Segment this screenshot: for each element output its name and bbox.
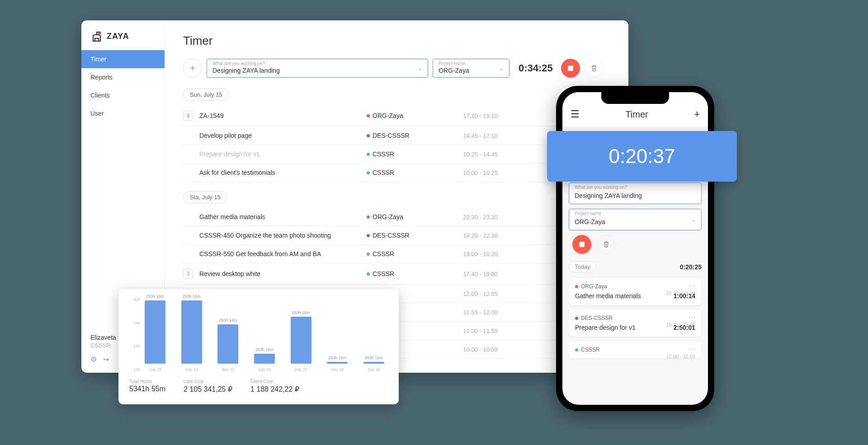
bar bbox=[363, 362, 384, 364]
entry-count: 3 bbox=[183, 269, 193, 279]
brand-name: ZAYA bbox=[107, 32, 129, 41]
stat-block: User Cost2 105 341,25 ₽ bbox=[184, 379, 232, 393]
bar bbox=[291, 317, 311, 364]
date-pill[interactable]: Sun, July 15 bbox=[183, 89, 229, 101]
add-entry-button[interactable]: + bbox=[183, 59, 202, 78]
more-icon[interactable]: ⋯ bbox=[689, 345, 696, 353]
entry-row[interactable]: Develop pilot pageDES-CSSSR14.45 - 17.10… bbox=[183, 126, 610, 145]
nav-timer[interactable]: Timer bbox=[81, 50, 165, 68]
stop-button[interactable] bbox=[561, 59, 580, 78]
entry-task: CSSSR-550 Get feedback from AM and BA bbox=[199, 250, 367, 258]
settings-icon[interactable]: ⚙ bbox=[90, 355, 97, 364]
bar bbox=[145, 300, 165, 364]
entry-count: 4 bbox=[183, 111, 193, 121]
timer-controls: + What are you working on? Designing ZAY… bbox=[183, 59, 610, 78]
page-title: Timer bbox=[183, 34, 610, 48]
date-pill[interactable]: Sta, July 15 bbox=[183, 191, 227, 203]
entry-time: 10.25 - 14.45 bbox=[448, 151, 498, 158]
bar bbox=[217, 324, 238, 364]
task-label: What are you working on? bbox=[212, 61, 265, 66]
entry-row[interactable]: 3Review desktop whiteCSSSR17.40 - 19.00 bbox=[183, 263, 610, 285]
stat-label: User Cost bbox=[184, 379, 232, 384]
bar-label: 293h 16m bbox=[255, 347, 274, 352]
card-duration: 2:50:01 bbox=[674, 324, 695, 331]
trash-icon bbox=[603, 241, 610, 248]
phone-add-button[interactable]: + bbox=[694, 108, 700, 120]
bar-category: July 23 bbox=[149, 367, 162, 372]
phone-project-value: ORG-Zaya bbox=[575, 218, 605, 225]
entry-project: CSSSR bbox=[367, 270, 448, 277]
entry-time: 10.00 - 10.59 bbox=[448, 346, 498, 353]
bar-column: 293h 16mJuly 24 bbox=[178, 294, 206, 372]
entry-time: 17.10 - 19.10 bbox=[448, 112, 498, 119]
entry-time: 19.20 - 22.30 bbox=[448, 232, 498, 239]
today-pill[interactable]: Today bbox=[569, 261, 596, 272]
entry-project: CSSSR bbox=[367, 150, 448, 158]
phone-task-input[interactable]: What are you working on? Designing ZAYA … bbox=[569, 183, 702, 204]
chart-card: 300240180120 293h 16mJuly 23293h 16mJuly… bbox=[118, 289, 399, 404]
project-label: Project name bbox=[439, 61, 465, 66]
stat-label: Total Hours bbox=[129, 379, 165, 384]
banner-time: 0:20:37 bbox=[609, 145, 675, 168]
entry-task: Ask for client's testimonials bbox=[199, 169, 367, 176]
bar-chart: 300240180120 293h 16mJuly 23293h 16mJuly… bbox=[129, 297, 388, 372]
bar-column: 293h 16mJuly 26 bbox=[250, 347, 279, 372]
nav-user[interactable]: User bbox=[81, 104, 165, 122]
project-select[interactable]: Project name ORG-Zaya ⌄ bbox=[433, 59, 509, 78]
entry-project: CSSSR bbox=[367, 250, 448, 258]
timer-banner: 0:20:37 bbox=[547, 131, 737, 182]
phone-task-label: What are you working on? bbox=[575, 185, 627, 190]
entry-task: Prepare design for v1 bbox=[199, 150, 367, 158]
bar-column: 293h 16mJuly 28 bbox=[323, 356, 352, 372]
phone-notch bbox=[601, 92, 669, 104]
entry-project: DES-CSSSR bbox=[367, 132, 448, 139]
bar bbox=[181, 300, 202, 364]
phone-body: What are you working on? Designing ZAYA … bbox=[562, 177, 708, 368]
delete-button[interactable] bbox=[585, 59, 604, 78]
stat-value: 5341h 55m bbox=[129, 385, 165, 393]
phone-title: Timer bbox=[625, 109, 648, 120]
entry-project: CSSSR bbox=[367, 169, 448, 176]
entry-time: 14.45 - 17.10 bbox=[448, 132, 498, 139]
entry-time: 19.00 - 19.20 bbox=[448, 251, 498, 258]
bar-category: July 28 bbox=[331, 367, 344, 372]
phone-entry-card[interactable]: ⋯ CSSSR 12.00 - 12.05 bbox=[569, 341, 702, 358]
entry-time: 22.30 - 23.30 bbox=[448, 214, 498, 220]
entry-project: DES-CSSSR bbox=[367, 232, 448, 239]
phone-entry-card[interactable]: ⋯ ORG-Zaya 22.30 - 23.30 Gather media ma… bbox=[569, 278, 702, 305]
logout-icon[interactable]: ↪ bbox=[103, 355, 109, 364]
entry-row[interactable]: CSSSR-450 Organize the team photo shooti… bbox=[183, 226, 610, 245]
entry-row[interactable]: Gather media materialsORG-Zaya22.30 - 23… bbox=[183, 208, 610, 226]
more-icon[interactable]: ⋯ bbox=[689, 281, 696, 290]
chart-stats: Total Hours5341h 55mUser Cost2 105 341,2… bbox=[129, 379, 388, 393]
phone-entry-card[interactable]: ⋯ DES-CSSSR 19.20 - 22.30 Prepare design… bbox=[569, 309, 702, 337]
chevron-down-icon: ⌄ bbox=[691, 216, 696, 223]
nav-reports[interactable]: Reports bbox=[81, 68, 165, 86]
bar-label: 293h 16m bbox=[219, 318, 237, 323]
bar-label: 293h 16m bbox=[365, 356, 383, 360]
y-axis: 300240180120 bbox=[129, 297, 140, 372]
trash-icon bbox=[590, 65, 598, 72]
task-input[interactable]: What are you working on? Designing ZAYA … bbox=[207, 59, 428, 78]
entry-row[interactable]: Prepare design for v1CSSSR10.25 - 14.454 bbox=[183, 145, 610, 164]
entry-row[interactable]: 4ZA-1549ORG-Zaya17.10 - 19.102:00 bbox=[183, 105, 610, 126]
today-duration: 0:20:25 bbox=[680, 263, 702, 271]
phone-stop-button[interactable] bbox=[572, 235, 591, 254]
phone-project-select[interactable]: Project name ORG-Zaya ⌄ bbox=[569, 209, 702, 230]
entry-row[interactable]: Ask for client's testimonialsCSSSR10.00 … bbox=[183, 164, 610, 182]
entry-task: Review desktop white bbox=[199, 270, 367, 277]
entry-time: 12.00 - 12.05 bbox=[448, 290, 498, 297]
nav-clients[interactable]: Clients bbox=[81, 86, 165, 104]
menu-icon[interactable]: ☰ bbox=[571, 108, 580, 120]
stat-label: Client Cost bbox=[250, 379, 299, 384]
entry-time: 11.00 - 11.55 bbox=[448, 328, 498, 334]
entry-time: 10.00 - 10.25 bbox=[448, 169, 498, 176]
entry-row[interactable]: CSSSR-550 Get feedback from AM and BACSS… bbox=[183, 245, 610, 263]
stat-block: Client Cost1 188 242,22 ₽ bbox=[250, 379, 299, 393]
bar-label: 293h 16m bbox=[183, 294, 201, 299]
task-value: Designing ZAYA landing bbox=[212, 67, 280, 74]
phone-delete-button[interactable] bbox=[597, 235, 616, 254]
entry-project: ORG-Zaya bbox=[367, 112, 448, 119]
bar-category: July 24 bbox=[185, 367, 198, 372]
more-icon[interactable]: ⋯ bbox=[689, 313, 696, 322]
